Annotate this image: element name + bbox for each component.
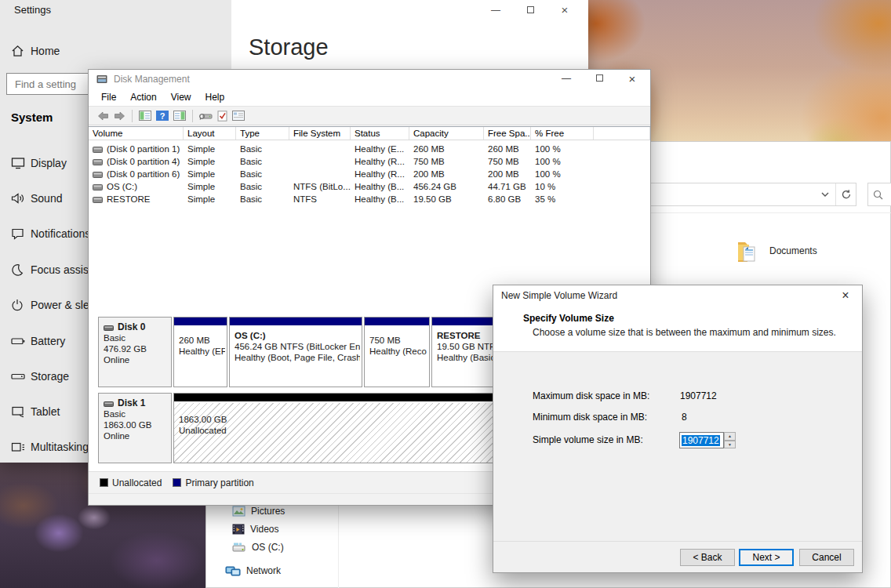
tablet-icon <box>11 405 28 418</box>
volume-table-header[interactable]: Volume Layout Type File System Status Ca… <box>89 127 650 140</box>
forward-icon[interactable] <box>114 111 125 121</box>
maximize-icon[interactable] <box>583 70 616 88</box>
partition-recovery[interactable]: 750 MBHealthy (Reco <box>364 317 430 387</box>
back-icon[interactable] <box>97 111 109 121</box>
minimize-icon[interactable]: — <box>478 2 513 19</box>
menu-action[interactable]: Action <box>130 92 156 103</box>
disk-management-app-icon <box>96 74 107 84</box>
disk0-label[interactable]: Disk 0 Basic 476.92 GB Online <box>98 317 172 387</box>
wizard-heading: Specify Volume Size <box>523 313 614 324</box>
nav-item-pictures[interactable]: Pictures <box>232 506 285 517</box>
chevron-down-icon[interactable] <box>815 183 835 205</box>
explorer-divider <box>650 212 891 213</box>
max-size-label: Maximum disk space in MB: <box>533 390 649 401</box>
min-size-label: Minimum disk space in MB: <box>533 412 647 423</box>
network-icon <box>225 564 241 576</box>
col-volume[interactable]: Volume <box>89 127 184 140</box>
menu-file[interactable]: File <box>101 92 116 103</box>
sidebar-item-label: Multitasking <box>31 441 89 453</box>
col-layout[interactable]: Layout <box>184 127 236 140</box>
console-tree-icon[interactable] <box>139 111 151 121</box>
nav-item-videos[interactable]: Videos <box>232 524 278 535</box>
explorer-search-input[interactable] <box>867 183 891 206</box>
disk-icon <box>104 325 114 331</box>
sidebar-item-label: Tablet <box>31 405 60 418</box>
partition-efi[interactable]: 260 MBHealthy (EF <box>173 317 227 387</box>
primary-partition-strip <box>365 318 429 326</box>
battery-icon <box>11 336 28 347</box>
stepper-up-icon[interactable]: ▲ <box>724 432 736 441</box>
nav-item-network[interactable]: Network <box>225 564 281 576</box>
system-section-heading: System <box>11 111 53 124</box>
table-row[interactable]: OS (C:) Simple Basic NTFS (BitLo... Heal… <box>89 180 650 193</box>
volume-table: Volume Layout Type File System Status Ca… <box>89 126 650 205</box>
max-size-value: 1907712 <box>680 390 717 401</box>
volume-icon <box>93 197 103 203</box>
dm-titlebar[interactable]: Disk Management — × <box>89 70 650 89</box>
volume-size-stepper: ▲ ▼ <box>724 432 736 448</box>
storage-icon <box>11 371 28 382</box>
videos-icon <box>232 524 245 535</box>
nav-label: Videos <box>250 524 278 535</box>
menu-help[interactable]: Help <box>205 92 225 103</box>
table-row[interactable]: (Disk 0 partition 4) Simple Basic Health… <box>89 155 650 168</box>
home-icon <box>11 45 28 57</box>
page-title: Storage <box>249 34 329 60</box>
settings-app-title: Settings <box>14 4 51 16</box>
col-free-space[interactable]: Free Spa... <box>484 127 531 140</box>
menu-view[interactable]: View <box>171 92 191 103</box>
settings-window-controls: — × <box>478 2 582 19</box>
cancel-button[interactable]: Cancel <box>799 549 854 566</box>
volume-size-input[interactable]: 1907712 <box>679 432 724 448</box>
back-button[interactable]: < Back <box>680 549 735 566</box>
explorer-address-row <box>650 183 891 207</box>
col-empty[interactable] <box>594 127 650 140</box>
documents-folder-icon <box>736 238 760 266</box>
nav-label: OS (C:) <box>252 542 284 553</box>
close-icon[interactable]: × <box>616 70 649 88</box>
maximize-icon[interactable] <box>513 2 547 19</box>
new-simple-volume-wizard: New Simple Volume Wizard × Specify Volum… <box>493 285 863 573</box>
next-button[interactable]: Next > <box>739 549 794 566</box>
help-icon[interactable]: ? <box>156 111 169 121</box>
pictures-icon <box>232 506 245 517</box>
action-pane-icon[interactable] <box>173 111 186 121</box>
focus-assist-icon <box>11 263 28 276</box>
sidebar-item-home[interactable]: Home <box>0 39 231 63</box>
partition-os-c[interactable]: OS (C:)456.24 GB NTFS (BitLocker EncryHe… <box>229 317 362 387</box>
nav-label: Pictures <box>251 506 285 517</box>
refresh-icon[interactable] <box>835 183 856 205</box>
power-icon <box>11 299 28 311</box>
wizard-titlebar[interactable]: New Simple Volume Wizard <box>493 285 862 306</box>
minimize-icon[interactable]: — <box>550 70 583 88</box>
close-icon[interactable]: × <box>834 287 857 304</box>
search-icon <box>873 190 883 200</box>
nav-label: Network <box>246 565 281 576</box>
dm-window-title: Disk Management <box>114 74 190 85</box>
dm-window-controls: — × <box>550 70 649 88</box>
table-row[interactable]: (Disk 0 partition 6) Simple Basic Health… <box>89 168 650 180</box>
nav-item-os-c[interactable]: OS (C:) <box>232 542 284 553</box>
multitasking-icon <box>11 441 28 453</box>
volume-icon <box>93 172 103 178</box>
disk-properties-icon[interactable] <box>199 111 213 121</box>
documents-tile[interactable]: Documents <box>736 238 817 266</box>
table-row[interactable]: (Disk 0 partition 1) Simple Basic Health… <box>89 143 650 155</box>
stepper-down-icon[interactable]: ▼ <box>724 441 736 449</box>
table-row[interactable]: RESTORE Simple Basic NTFS Healthy (B... … <box>89 193 650 205</box>
col-pct-free[interactable]: % Free <box>531 127 594 140</box>
sound-icon <box>11 192 28 205</box>
address-bar[interactable] <box>650 183 856 206</box>
sidebar-item-label: Display <box>31 157 67 169</box>
col-status[interactable]: Status <box>351 127 409 140</box>
volume-icon <box>93 159 103 165</box>
wizard-title: New Simple Volume Wizard <box>501 290 617 301</box>
details-pane-icon[interactable] <box>232 111 245 121</box>
close-icon[interactable]: × <box>547 2 582 19</box>
disk1-label[interactable]: Disk 1 Basic 1863.00 GB Online <box>98 393 172 463</box>
col-file-system[interactable]: File System <box>289 127 351 140</box>
col-capacity[interactable]: Capacity <box>409 127 484 140</box>
check-document-icon[interactable] <box>217 111 227 122</box>
sidebar-item-label: Focus assist <box>31 263 92 276</box>
col-type[interactable]: Type <box>236 127 289 140</box>
